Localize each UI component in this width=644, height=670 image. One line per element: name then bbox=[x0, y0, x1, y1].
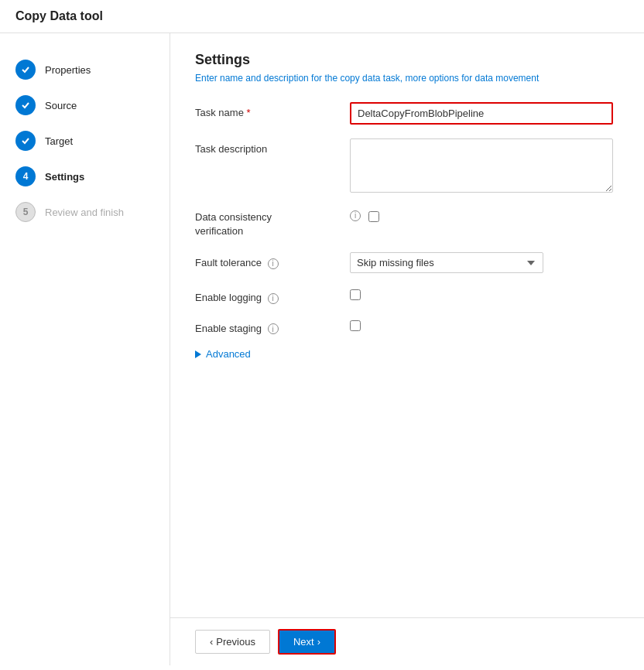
settings-title: Settings bbox=[195, 52, 619, 68]
advanced-label: Advanced bbox=[206, 348, 251, 360]
enable-staging-checkbox[interactable] bbox=[350, 320, 361, 331]
sidebar-item-settings[interactable]: 4 Settings bbox=[0, 159, 170, 194]
previous-label: Previous bbox=[216, 636, 255, 648]
enable-logging-label: Enable logging i bbox=[195, 287, 350, 304]
checkmark-icon-1 bbox=[21, 65, 30, 74]
enable-logging-info-icon[interactable]: i bbox=[268, 293, 279, 304]
enable-staging-row: Enable staging i bbox=[195, 318, 619, 335]
app-header: Copy Data tool bbox=[0, 0, 644, 33]
fault-tolerance-row: Fault tolerance i Skip missing files No … bbox=[195, 252, 619, 273]
task-description-row: Task description bbox=[195, 138, 619, 195]
step-label-5: Review and finish bbox=[45, 207, 124, 218]
fault-tolerance-select[interactable]: Skip missing files No fault tolerance Sk… bbox=[350, 252, 543, 273]
fault-tolerance-control: Skip missing files No fault tolerance Sk… bbox=[350, 252, 619, 273]
task-name-control bbox=[350, 102, 619, 125]
task-description-label: Task description bbox=[195, 138, 350, 155]
next-label: Next bbox=[293, 636, 314, 648]
enable-logging-control bbox=[350, 287, 619, 303]
sidebar-item-target[interactable]: Target bbox=[0, 123, 170, 159]
task-name-label: Task name * bbox=[195, 102, 350, 118]
previous-icon: ‹ bbox=[210, 636, 213, 648]
sidebar: Properties Source Target 4 bbox=[0, 33, 170, 665]
footer: ‹ Previous Next › bbox=[170, 617, 644, 665]
advanced-expand-icon bbox=[195, 350, 201, 358]
settings-panel: Settings Enter name and description for … bbox=[170, 33, 644, 617]
task-name-row: Task name * bbox=[195, 102, 619, 125]
step-label-4: Settings bbox=[45, 171, 84, 183]
step-circle-4: 4 bbox=[15, 166, 36, 186]
enable-staging-label: Enable staging i bbox=[195, 318, 350, 335]
data-consistency-label: Data consistencyverification bbox=[195, 209, 350, 238]
data-consistency-checkbox[interactable] bbox=[368, 211, 379, 222]
next-icon: › bbox=[317, 636, 320, 648]
enable-staging-control bbox=[350, 318, 619, 333]
task-description-control bbox=[350, 138, 619, 195]
main-container: Properties Source Target 4 bbox=[0, 33, 644, 665]
task-name-input[interactable] bbox=[350, 102, 613, 125]
advanced-row[interactable]: Advanced bbox=[195, 348, 619, 360]
data-consistency-info-icon[interactable]: i bbox=[350, 210, 361, 221]
content-area: Settings Enter name and description for … bbox=[170, 33, 644, 665]
sidebar-item-source[interactable]: Source bbox=[0, 87, 170, 123]
sidebar-item-properties[interactable]: Properties bbox=[0, 52, 170, 87]
settings-subtitle: Enter name and description for the copy … bbox=[195, 73, 619, 84]
fault-tolerance-label: Fault tolerance i bbox=[195, 252, 350, 269]
fault-tolerance-info-icon[interactable]: i bbox=[268, 258, 279, 269]
enable-staging-info-icon[interactable]: i bbox=[268, 323, 279, 334]
step-label-3: Target bbox=[45, 135, 73, 147]
next-button[interactable]: Next › bbox=[278, 629, 336, 655]
data-consistency-row: Data consistencyverification i bbox=[195, 209, 619, 238]
step-circle-3 bbox=[15, 131, 36, 151]
checkmark-icon-2 bbox=[21, 101, 30, 110]
previous-button[interactable]: ‹ Previous bbox=[195, 630, 270, 654]
step-circle-1 bbox=[15, 60, 36, 80]
enable-logging-row: Enable logging i bbox=[195, 287, 619, 304]
required-star: * bbox=[247, 107, 251, 118]
task-description-input[interactable] bbox=[350, 138, 613, 193]
app-title: Copy Data tool bbox=[15, 9, 103, 22]
step-circle-5: 5 bbox=[15, 202, 36, 222]
step-label-2: Source bbox=[45, 100, 77, 111]
data-consistency-control: i bbox=[350, 209, 379, 222]
enable-logging-checkbox[interactable] bbox=[350, 289, 361, 300]
sidebar-item-review[interactable]: 5 Review and finish bbox=[0, 194, 170, 230]
checkmark-icon-3 bbox=[21, 136, 30, 145]
step-label-1: Properties bbox=[45, 64, 91, 76]
step-circle-2 bbox=[15, 95, 36, 115]
